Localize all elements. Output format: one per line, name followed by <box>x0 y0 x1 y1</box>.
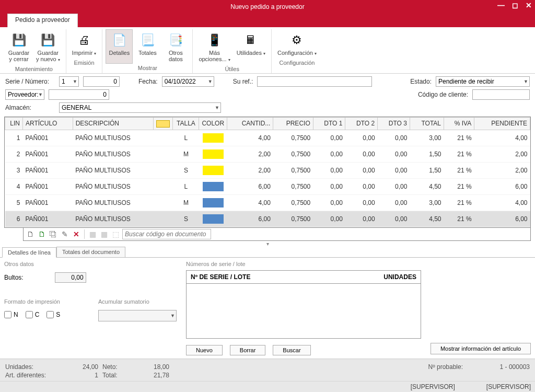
color-swatch <box>203 133 224 143</box>
almacen-select[interactable]: GENERAL▼ <box>59 102 221 113</box>
ribbon-save-new-button[interactable]: 💾Guardary nuevo ▾ <box>33 29 63 65</box>
col-header[interactable]: % IVA <box>444 118 474 130</box>
proveedor-name-input[interactable] <box>113 89 348 100</box>
duplicate-icon[interactable]: ⿻ <box>49 229 58 239</box>
status-probable-label: Nº probable: <box>390 363 463 371</box>
table-row[interactable]: 5PAÑ001PAÑO MULTIUSOSM4,000,75000,000,00… <box>5 194 530 211</box>
show-article-info-button[interactable]: Mostrar información del artículo <box>431 343 531 354</box>
delete-icon[interactable]: ✕ <box>72 229 81 239</box>
col-header[interactable]: PENDIENTE <box>474 118 530 130</box>
table-row[interactable]: 4PAÑ001PAÑO MULTIUSOSL6,000,75000,000,00… <box>5 178 530 194</box>
col-header[interactable]: PRECIO <box>273 118 313 130</box>
ribbon-label: Otrosdatos <box>169 50 183 62</box>
ribbon-group-label: Configuración <box>280 60 315 66</box>
ribbon-print-button[interactable]: 🖨Imprimir ▾ <box>69 29 99 59</box>
fecha-label: Fecha: <box>138 78 158 85</box>
maximize-icon[interactable]: ◻ <box>512 1 518 9</box>
check-c[interactable]: C <box>26 311 40 318</box>
proveedor-dropdown[interactable]: Proveedor:▼ <box>5 89 44 100</box>
table-row[interactable]: 6PAÑ001PAÑO MULTIUSOSS6,000,75000,000,00… <box>5 211 530 227</box>
footerbar: [SUPERVISOR] [SUPERVISOR] <box>0 381 535 392</box>
lote-panel: Nº DE SERIE / LOTE UNIDADES <box>186 270 421 339</box>
ribbon: 💾Guardary cerrar💾Guardary nuevo ▾Manteni… <box>0 27 535 74</box>
print-icon: 🖨 <box>76 32 92 49</box>
new-doc-icon[interactable]: 🗋 <box>26 229 35 239</box>
tab-detalles-linea[interactable]: Detalles de línea <box>2 247 56 258</box>
chevron-down-icon: ▾ <box>228 57 230 62</box>
estado-select[interactable]: Pendiente de recibir▼ <box>436 76 530 87</box>
config-icon: ⚙ <box>288 32 305 49</box>
serie-select[interactable]: 1▼ <box>59 76 79 87</box>
table-row[interactable]: 3PAÑ001PAÑO MULTIUSOSS2,000,75000,000,00… <box>5 162 530 178</box>
other-icon: 📑 <box>167 32 184 49</box>
ribbon-label: Guardary nuevo ▾ <box>36 50 60 63</box>
lote-col-unidades: UNIDADES <box>358 271 421 283</box>
ribbon-more-button[interactable]: 📱Másopciones... ▾ <box>196 29 232 65</box>
col-header[interactable]: TOTAL <box>410 118 444 130</box>
check-s[interactable]: S <box>46 311 60 318</box>
cod-cliente-label: Código de cliente: <box>418 91 468 98</box>
ribbon-totals-button[interactable]: 📃Totales <box>134 29 161 64</box>
lote-col-serie: Nº DE SERIE / LOTE <box>187 271 358 283</box>
col-header[interactable]: COLOR <box>199 118 227 130</box>
table-row[interactable]: 2PAÑ001PAÑO MULTIUSOSM2,000,75000,000,00… <box>5 146 530 162</box>
acumular-label: Acumular sumatorio <box>98 298 177 305</box>
col-header[interactable]: DESCRIPCIÓN <box>73 118 154 130</box>
ribbon-group-label: Emisión <box>74 60 94 66</box>
col-header[interactable]: CANTID... <box>227 118 273 130</box>
ribbon-other-button[interactable]: 📑Otrosdatos <box>162 29 189 64</box>
edit-icon[interactable]: ✎ <box>60 229 69 239</box>
estado-label: Estado: <box>410 78 432 85</box>
numero-input[interactable] <box>83 76 120 87</box>
status-neto-label: Neto: <box>102 363 134 371</box>
suref-input[interactable] <box>257 76 372 87</box>
ribbon-group-label: Útiles <box>225 66 239 72</box>
ribbon-config-button[interactable]: ⚙Configuración ▾ <box>275 29 319 59</box>
almacen-label: Almacén: <box>5 104 55 111</box>
suref-label: Su ref.: <box>233 78 253 85</box>
col-header[interactable]: DTO 2 <box>345 118 378 130</box>
lote-delete-button[interactable]: Borrar <box>230 345 266 355</box>
acumular-select[interactable]: ▼ <box>98 310 177 321</box>
lines-table: LINARTÍCULODESCRIPCIÓNTALLACOLORCANTID..… <box>4 117 531 228</box>
serie-label: Serie / Número: <box>5 78 55 85</box>
table-search-input[interactable] <box>122 229 211 239</box>
ribbon-label: Totales <box>138 50 157 56</box>
table-row[interactable]: 1PAÑ001PAÑO MULTIUSOSL4,000,75000,000,00… <box>5 130 530 146</box>
col-header[interactable]: TALLA <box>173 118 199 130</box>
col-header[interactable]: LIN <box>5 118 23 130</box>
col-header[interactable]: ARTÍCULO <box>23 118 73 130</box>
chevron-down-icon: ▾ <box>94 51 96 56</box>
tab-totales-documento[interactable]: Totales del documento <box>56 247 125 257</box>
lote-new-button[interactable]: Nuevo <box>186 345 223 355</box>
titlebar: Nuevo pedido a proveedor — ◻ ✕ <box>0 0 535 14</box>
status-artdif: 1 <box>67 372 98 379</box>
col-header[interactable]: DTO 1 <box>313 118 345 130</box>
ribbon-util-button[interactable]: 🖩Utilidades ▾ <box>234 29 268 65</box>
grid1-icon[interactable]: ▦ <box>88 229 97 239</box>
col-header[interactable] <box>154 118 173 130</box>
lote-search-button[interactable]: Buscar <box>273 345 310 355</box>
proveedor-code-input[interactable] <box>49 89 109 100</box>
bultos-input[interactable] <box>55 272 86 283</box>
col-header[interactable]: DTO 3 <box>378 118 410 130</box>
grid2-icon[interactable]: ▦ <box>99 229 109 239</box>
fecha-select[interactable]: 04/10/2022▼ <box>162 76 214 87</box>
totals-icon: 📃 <box>139 32 156 49</box>
barcode-icon[interactable]: ⬚ <box>111 229 120 239</box>
color-swatch <box>203 149 224 159</box>
chevron-down-icon: ▼ <box>73 79 77 84</box>
more-icon: 📱 <box>206 32 223 49</box>
ribbon-save-close-button[interactable]: 💾Guardary cerrar <box>5 29 32 65</box>
color-swatch <box>203 182 224 191</box>
ribbon-details-button[interactable]: 📄Detalles <box>106 29 133 64</box>
document-tab[interactable]: Pedido a proveedor <box>7 14 78 27</box>
save-close-icon: 💾 <box>10 32 27 49</box>
cod-cliente-input[interactable] <box>472 89 530 100</box>
check-n[interactable]: N <box>4 311 18 318</box>
collapse-handle[interactable]: ▾ <box>0 241 535 247</box>
close-icon[interactable]: ✕ <box>526 1 532 9</box>
status-neto: 18,00 <box>138 363 169 371</box>
minimize-icon[interactable]: — <box>497 1 505 9</box>
copy-doc-icon[interactable]: 🗋 <box>37 229 46 239</box>
